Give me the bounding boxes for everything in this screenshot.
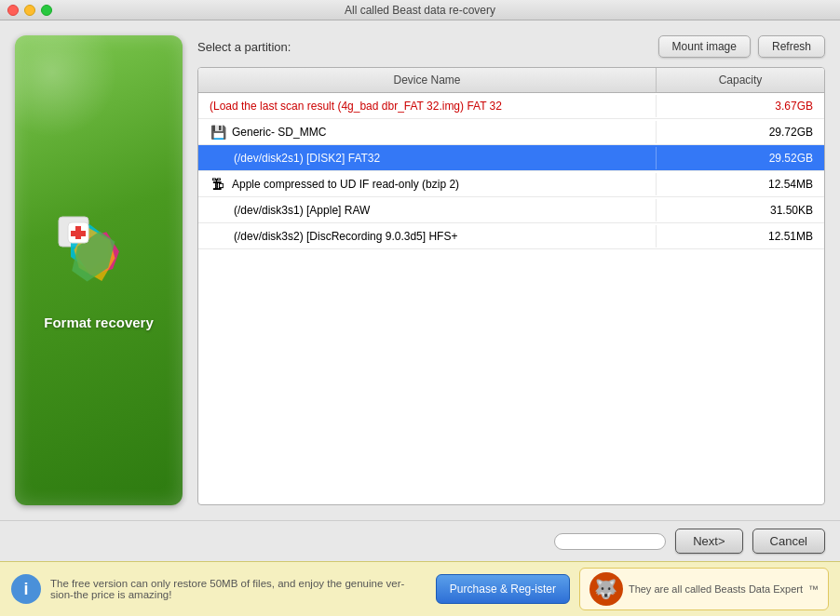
titlebar: All called Beast data re-covery [0,0,840,20]
right-panel: Select a partition: Mount image Refresh … [197,35,825,505]
table-row[interactable]: (Load the last scan result (4g_bad dbr_F… [198,93,824,119]
minimize-button[interactable] [24,5,35,16]
td-device-2: (/dev/disk2s1) [DISK2] FAT32 [198,147,657,169]
purchase-button[interactable]: Purchase & Reg-ister [436,574,570,604]
partition-label: Select a partition: [197,40,291,54]
device-label-3: Apple compressed to UD IF read-only (bzi… [232,178,459,191]
beast-promo: 🐺 They are all called Beasts Data Expert… [579,568,829,610]
refresh-button[interactable]: Refresh [758,35,825,58]
content-area: Format recovery Select a partition: Moun… [0,20,840,520]
panel-title: Format recovery [44,315,154,330]
td-device-5: (/dev/disk3s2) [DiscRecording 9.0.3d5] H… [198,225,657,248]
promo-text: They are all called Beasts Data Expert [629,583,803,595]
td-device-0: (Load the last scan result (4g_bad dbr_F… [198,95,657,117]
info-icon: i [11,574,41,604]
left-panel: Format recovery [15,35,183,505]
td-device-3: 🗜Apple compressed to UD IF read-only (bz… [198,173,657,195]
window-title: All called Beast data re-covery [345,4,495,17]
main-window: Format recovery Select a partition: Moun… [0,20,840,616]
td-device-4: (/dev/disk3s1) [Apple] RAW [198,199,657,221]
td-capacity-3: 12.54MB [657,173,824,195]
td-capacity-5: 12.51MB [657,225,824,248]
progress-bar [554,533,666,550]
close-button[interactable] [7,5,19,16]
device-label-0: (Load the last scan result (4g_bad dbr_F… [210,100,502,113]
table-row[interactable]: 💾Generic- SD_MMC29.72GB [198,119,824,145]
info-text: The free version can only restore 50MB o… [50,578,427,600]
beast-avatar-icon: 🐺 [589,572,623,606]
table-header: Device Name Capacity [198,68,824,93]
table-row[interactable]: 🗜Apple compressed to UD IF read-only (bz… [198,171,824,197]
td-capacity-0: 3.67GB [657,95,824,117]
table-row[interactable]: (/dev/disk2s1) [DISK2] FAT3229.52GB [198,145,824,171]
col-device-name: Device Name [198,68,657,92]
td-capacity-4: 31.50KB [657,199,824,221]
td-device-1: 💾Generic- SD_MMC [198,121,657,143]
maximize-button[interactable] [41,5,52,16]
device-icon-3: 🗜 [210,178,226,191]
trademark-symbol: ™ [808,583,819,595]
info-bar: i The free version can only restore 50MB… [0,561,840,616]
window-controls[interactable] [7,5,52,16]
td-capacity-1: 29.72GB [657,121,824,143]
cancel-button[interactable]: Cancel [752,529,825,554]
svg-rect-7 [71,231,86,236]
col-capacity: Capacity [657,68,824,92]
td-capacity-2: 29.52GB [657,147,824,169]
app-logo [52,210,145,303]
table-row[interactable]: (/dev/disk3s2) [DiscRecording 9.0.3d5] H… [198,223,824,249]
device-label-4: (/dev/disk3s1) [Apple] RAW [234,204,370,217]
table-body: (Load the last scan result (4g_bad dbr_F… [198,93,824,249]
device-label-2: (/dev/disk2s1) [DISK2] FAT32 [234,152,380,165]
partition-header: Select a partition: Mount image Refresh [197,35,825,58]
next-button[interactable]: Next> [675,529,742,554]
mount-image-button[interactable]: Mount image [658,35,751,58]
device-label-1: Generic- SD_MMC [232,126,326,139]
device-icon-1: 💾 [210,126,226,139]
header-buttons: Mount image Refresh [658,35,825,58]
device-label-5: (/dev/disk3s2) [DiscRecording 9.0.3d5] H… [234,230,457,243]
partition-table: Device Name Capacity (Load the last scan… [197,67,825,505]
footer-area: Next> Cancel [0,520,840,561]
table-row[interactable]: (/dev/disk3s1) [Apple] RAW31.50KB [198,197,824,223]
